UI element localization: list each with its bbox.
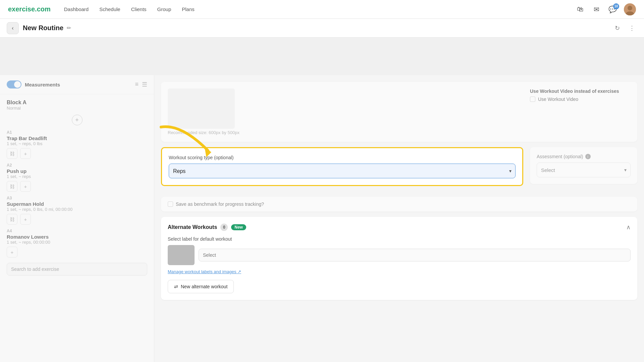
benchmark-label: Save as benchmark for progress tracking? [176,201,264,207]
chat-icon[interactable]: 💬 10 [608,5,617,14]
select-label-text: Select label for default workout [168,236,631,242]
add-set-button[interactable]: + [20,181,31,192]
nav-links: Dashboard Schedule Clients Group Plans [64,6,195,12]
add-block-btn-row: + [0,112,154,128]
add-set-button[interactable]: + [20,148,31,159]
cart-icon[interactable]: 🛍 [576,5,585,14]
label-select-input[interactable] [199,249,631,261]
benchmark-card: Save as benchmark for progress tracking? [161,197,637,212]
exercise-id: A4 [7,229,147,233]
nav-schedule[interactable]: Schedule [99,6,120,12]
mail-icon[interactable]: ✉ [592,5,601,14]
nav-dashboard[interactable]: Dashboard [64,6,89,12]
block-header: Block A Normal [0,94,154,112]
list-item: A2 Push up 1 set, ~ reps ⛓ + [0,161,154,194]
notification-badge: 10 [613,3,619,9]
search-exercise-input[interactable] [7,263,147,276]
video-upload-placeholder[interactable] [168,88,235,129]
video-checkbox-row: Use Workout Video [530,97,631,102]
label-select-row [168,245,631,265]
add-set-button[interactable]: + [20,214,31,225]
assessment-section: Assessment (optional) i Select ▾ [530,147,637,184]
list-icon[interactable]: ≡ [135,81,139,88]
exercise-id: A3 [7,196,147,200]
main-layout: Measurements ≡ ☰ Block A Normal + A1 Tra… [0,75,644,362]
edit-title-icon[interactable]: ✏ [67,25,71,31]
refresh-icon[interactable]: ↻ [612,23,623,34]
back-button[interactable]: ‹ [7,22,19,34]
exercise-id: A2 [7,163,147,168]
video-size-hint: Recommended size: 600px by 500px [168,130,523,135]
alternate-workouts-card: Alternate Workouts 0 New ∧ Select label … [161,217,637,300]
sidebar-icons: ≡ ☰ [135,81,147,88]
scoring-select-wrapper: Reps Time Weight Distance Calories ▾ [169,164,516,178]
video-upload-area: Recommended size: 600px by 500px [168,88,523,135]
video-card: Recommended size: 600px by 500px Use Wor… [161,82,637,142]
use-workout-video-label: Use Workout Video [538,97,578,102]
nav-clients[interactable]: Clients [131,6,147,12]
link-icon[interactable]: ⛓ [7,214,17,225]
exercise-name: Trap Bar Deadlift [7,135,147,141]
assessment-select-wrapper: Select ▾ [537,163,631,177]
toggle-thumb [14,81,21,88]
use-workout-video-checkbox[interactable] [530,97,535,102]
benchmark-row: Save as benchmark for progress tracking? [168,201,631,207]
add-exercise-button[interactable]: + [72,115,83,125]
exercise-desc: 1 set, ~ reps, 00:00:00 [7,240,147,245]
exercise-desc: 1 set, ~ reps, 0 lbs, 0 mi, 00:00:00 [7,207,147,212]
alt-workouts-title: Alternate Workouts [168,224,217,230]
exercise-actions: ⛓ + [7,148,147,159]
manage-labels-link[interactable]: Manage workout labels and images ↗ [168,269,241,274]
exercise-actions: ⛓ + [7,181,147,192]
link-icon[interactable]: ⛓ [7,148,17,159]
sidebar: Measurements ≡ ☰ Block A Normal + A1 Tra… [0,75,154,362]
link-icon[interactable]: ⛓ [7,181,17,192]
scoring-label: Workout scoring type (optional) [169,155,516,160]
nav-group[interactable]: Group [157,6,171,12]
video-right: Use Workout Video instead of exercises U… [530,88,631,102]
header-actions: ↻ ⋮ [612,23,637,34]
search-bar [0,259,154,279]
nav-right: 🛍 ✉ 💬 10 [576,3,636,15]
more-options-icon[interactable]: ⋮ [627,23,637,34]
benchmark-checkbox[interactable] [168,201,173,207]
exercise-desc: 1 set, ~ reps [7,174,147,179]
exercise-actions: + [7,247,147,257]
list-item: A3 Superman Hold 1 set, ~ reps, 0 lbs, 0… [0,194,154,227]
assessment-select[interactable]: Select [537,163,631,177]
nav-plans[interactable]: Plans [182,6,195,12]
avatar[interactable] [624,3,636,15]
measurements-toggle[interactable] [7,80,21,88]
exercise-name: Superman Hold [7,201,147,207]
info-icon[interactable]: i [585,154,591,159]
block-name: Block A [7,100,147,106]
exercise-name: Romanov Lowers [7,234,147,240]
exercise-desc: 1 set, ~ reps, 0 lbs [7,141,147,146]
svg-point-1 [628,6,632,10]
exercise-id: A1 [7,130,147,135]
right-content: Recommended size: 600px by 500px Use Wor… [154,75,644,362]
scoring-section: Workout scoring type (optional) Reps Tim… [161,147,523,186]
add-set-button[interactable]: + [7,247,17,257]
scoring-type-select[interactable]: Reps Time Weight Distance Calories [169,164,516,178]
list-item: A1 Trap Bar Deadlift 1 set, ~ reps, 0 lb… [0,128,154,161]
assessment-label: Assessment (optional) i [537,154,631,159]
logo-text: exercise [8,5,35,13]
label-image-placeholder [168,245,195,265]
video-label: Use Workout Video instead of exercises [530,88,631,94]
page-title: New Routine [23,24,63,32]
list-item: A4 Romanov Lowers 1 set, ~ reps, 00:00:0… [0,227,154,259]
alt-workouts-new-badge: New [231,224,246,230]
expand-icon[interactable]: ∧ [626,224,631,231]
top-nav: exercise.com Dashboard Schedule Clients … [0,0,644,19]
new-alternate-workout-button[interactable]: ⇄ New alternate workout [168,280,234,293]
alt-workouts-count: 0 [220,224,228,231]
page-header: ‹ New Routine ✏ ↻ ⋮ [0,19,644,38]
grid-icon[interactable]: ☰ [142,81,147,88]
arrows-icon: ⇄ [174,284,178,289]
exercise-actions: ⛓ + [7,214,147,225]
logo-com: com [37,5,51,13]
sidebar-header: Measurements ≡ ☰ [0,75,154,94]
video-section: Recommended size: 600px by 500px Use Wor… [168,88,631,135]
alt-workouts-header: Alternate Workouts 0 New ∧ [168,224,631,231]
